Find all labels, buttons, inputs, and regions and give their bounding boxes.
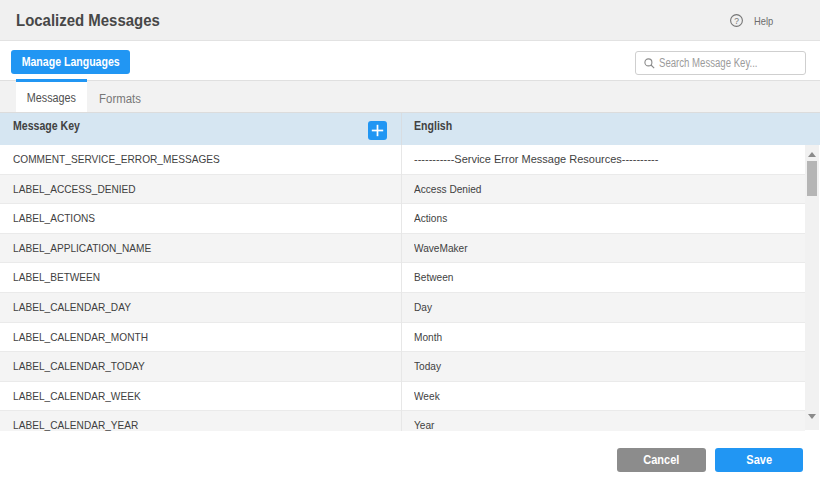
- svg-text:?: ?: [735, 16, 740, 26]
